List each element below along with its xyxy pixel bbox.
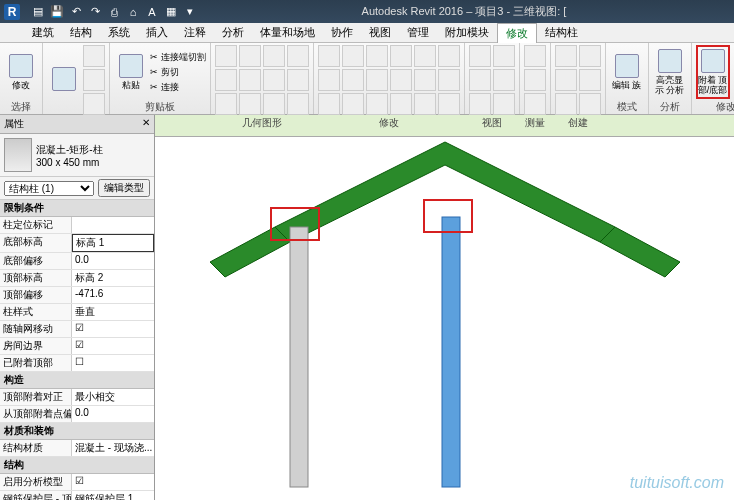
type-selector[interactable]: 混凝土-矩形-柱 300 x 450 mm (0, 134, 154, 177)
ribbon-small[interactable] (366, 69, 388, 91)
ribbon-small[interactable] (493, 45, 515, 67)
ribbon-small-连接端切割[interactable]: ✂ 连接端切割 (150, 51, 206, 64)
ribbon-btn-粘贴[interactable]: 粘贴 (114, 45, 148, 99)
tab-插入[interactable]: 插入 (138, 23, 176, 42)
prop-group[interactable]: 构造 (0, 372, 154, 389)
prop-value[interactable]: ☑ (72, 338, 154, 354)
qat-home-icon[interactable]: ⌂ (125, 4, 141, 20)
ribbon-small[interactable] (366, 45, 388, 67)
prop-value[interactable]: ☑ (72, 474, 154, 490)
ribbon-small[interactable] (318, 93, 340, 115)
tab-注释[interactable]: 注释 (176, 23, 214, 42)
ribbon-small[interactable] (83, 93, 105, 115)
qat-save-icon[interactable]: 💾 (49, 4, 65, 20)
ribbon-small[interactable] (239, 93, 261, 115)
edit-type-button[interactable]: 编辑类型 (98, 179, 150, 197)
ribbon-small[interactable] (215, 93, 237, 115)
qat-grid-icon[interactable]: ▦ (163, 4, 179, 20)
tab-管理[interactable]: 管理 (399, 23, 437, 42)
ribbon-small[interactable] (215, 45, 237, 67)
column-left[interactable] (290, 227, 308, 487)
ribbon-btn-修改[interactable]: 修改 (4, 45, 38, 99)
ribbon-small[interactable] (287, 69, 309, 91)
qat-print-icon[interactable]: ⎙ (106, 4, 122, 20)
ribbon-small[interactable] (414, 69, 436, 91)
ribbon-small[interactable] (83, 45, 105, 67)
prop-group[interactable]: 材质和装饰 (0, 423, 154, 440)
prop-group[interactable]: 结构 (0, 457, 154, 474)
prop-value[interactable]: ☐ (72, 355, 154, 371)
tab-体量和场地[interactable]: 体量和场地 (252, 23, 323, 42)
ribbon-small-连接[interactable]: ✂ 连接 (150, 81, 206, 94)
ribbon-small[interactable] (524, 45, 546, 67)
prop-value[interactable]: 垂直 (72, 304, 154, 320)
ribbon-small[interactable] (390, 93, 412, 115)
ribbon-small[interactable] (390, 45, 412, 67)
ribbon-small[interactable] (342, 45, 364, 67)
ribbon-small[interactable] (579, 69, 601, 91)
prop-value[interactable]: 0.0 (72, 406, 154, 422)
ribbon-btn-属性[interactable] (47, 53, 81, 107)
qat-more-icon[interactable]: ▾ (182, 4, 198, 20)
ribbon-btn-附着
顶部/底部[interactable]: 附着 顶部/底部 (696, 45, 730, 99)
ribbon-small[interactable] (579, 93, 601, 115)
prop-value[interactable]: 0.0 (72, 253, 154, 269)
prop-value[interactable]: -471.6 (72, 287, 154, 303)
ribbon-small[interactable] (287, 93, 309, 115)
tab-视图[interactable]: 视图 (361, 23, 399, 42)
qat-text-icon[interactable]: A (144, 4, 160, 20)
column-right-selected[interactable] (442, 217, 460, 487)
tab-建筑[interactable]: 建筑 (24, 23, 62, 42)
ribbon-small[interactable] (524, 93, 546, 115)
ribbon-small[interactable] (83, 69, 105, 91)
ribbon-small[interactable] (524, 69, 546, 91)
ribbon-small[interactable] (239, 45, 261, 67)
ribbon-small[interactable] (263, 93, 285, 115)
prop-value[interactable]: 钢筋保护层 1 ... (72, 491, 154, 500)
ribbon-small[interactable] (438, 69, 460, 91)
ribbon-small[interactable] (438, 93, 460, 115)
qat-redo-icon[interactable]: ↷ (87, 4, 103, 20)
prop-value[interactable] (72, 217, 154, 233)
ribbon-small[interactable] (555, 93, 577, 115)
ribbon-small[interactable] (239, 69, 261, 91)
ribbon-small[interactable] (342, 69, 364, 91)
close-icon[interactable]: ✕ (142, 117, 150, 131)
ribbon-small[interactable] (215, 69, 237, 91)
tab-附加模块[interactable]: 附加模块 (437, 23, 497, 42)
qat-undo-icon[interactable]: ↶ (68, 4, 84, 20)
ribbon-small[interactable] (414, 93, 436, 115)
prop-value[interactable]: 最小相交 (72, 389, 154, 405)
ribbon-small[interactable] (438, 45, 460, 67)
ribbon-small[interactable] (414, 45, 436, 67)
prop-value[interactable]: 标高 1 (72, 234, 154, 252)
ribbon-small[interactable] (318, 69, 340, 91)
tab-系统[interactable]: 系统 (100, 23, 138, 42)
ribbon-small[interactable] (342, 93, 364, 115)
ribbon-small[interactable] (263, 69, 285, 91)
prop-group[interactable]: 限制条件 (0, 200, 154, 217)
tab-结构[interactable]: 结构 (62, 23, 100, 42)
ribbon-small[interactable] (318, 45, 340, 67)
ribbon-btn-编辑
族[interactable]: 编辑 族 (610, 45, 644, 99)
prop-value[interactable]: 标高 2 (72, 270, 154, 286)
ribbon-small[interactable] (469, 93, 491, 115)
ribbon-small-剪切[interactable]: ✂ 剪切 (150, 66, 206, 79)
tab-结构柱[interactable]: 结构柱 (537, 23, 586, 42)
instance-selector[interactable]: 结构柱 (1) (4, 181, 94, 196)
ribbon-btn-高亮显示
分析[interactable]: 高亮显示 分析 (653, 45, 687, 99)
tab-协作[interactable]: 协作 (323, 23, 361, 42)
prop-value[interactable]: ☑ (72, 321, 154, 337)
ribbon-small[interactable] (555, 69, 577, 91)
ribbon-small[interactable] (263, 45, 285, 67)
qat-open-icon[interactable]: ▤ (30, 4, 46, 20)
ribbon-small[interactable] (493, 93, 515, 115)
ribbon-small[interactable] (493, 69, 515, 91)
prop-value[interactable]: 混凝土 - 现场浇... (72, 440, 154, 456)
ribbon-small[interactable] (469, 69, 491, 91)
tab-修改[interactable]: 修改 (497, 23, 537, 43)
ribbon-small[interactable] (579, 45, 601, 67)
ribbon-small[interactable] (366, 93, 388, 115)
tab-分析[interactable]: 分析 (214, 23, 252, 42)
ribbon-small[interactable] (469, 45, 491, 67)
